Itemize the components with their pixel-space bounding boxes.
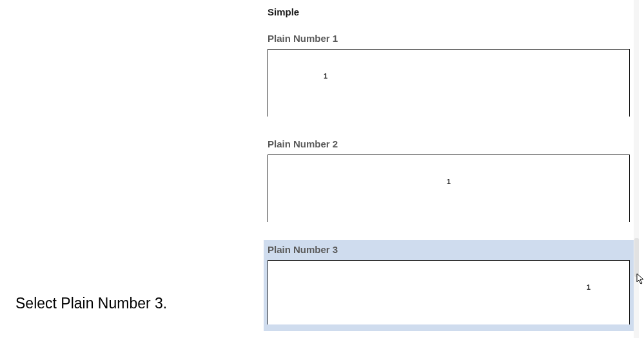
gallery-item-preview: 1 bbox=[268, 49, 630, 117]
gallery-item-title: Plain Number 1 bbox=[268, 33, 630, 44]
scrollbar-thumb[interactable] bbox=[634, 238, 639, 277]
page-number-sample: 1 bbox=[587, 283, 590, 291]
gallery-item-title: Plain Number 3 bbox=[268, 244, 630, 255]
category-header: Simple bbox=[264, 0, 639, 17]
gallery-item-plain-number-3[interactable]: Plain Number 3 1 bbox=[264, 240, 639, 331]
page-number-sample: 1 bbox=[324, 72, 327, 80]
gallery-item-title: Plain Number 2 bbox=[268, 138, 630, 149]
gallery-item-preview: 1 bbox=[268, 260, 630, 324]
gallery-item-plain-number-1[interactable]: Plain Number 1 1 bbox=[264, 29, 639, 123]
gallery-item-plain-number-2[interactable]: Plain Number 2 1 bbox=[264, 135, 639, 229]
scrollbar-track[interactable] bbox=[634, 0, 639, 338]
page-number-gallery: Simple Plain Number 1 1 Plain Number 2 1… bbox=[264, 0, 639, 338]
page-number-sample: 1 bbox=[447, 178, 451, 185]
gallery-item-preview: 1 bbox=[268, 155, 630, 222]
instruction-text: Select Plain Number 3. bbox=[15, 295, 167, 312]
